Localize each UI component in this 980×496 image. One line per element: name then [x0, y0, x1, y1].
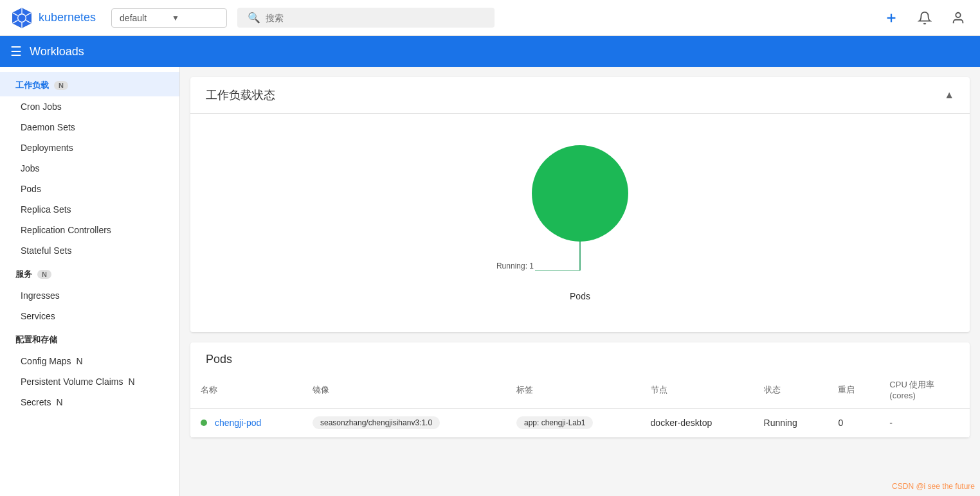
kubernetes-logo	[10, 6, 33, 30]
namespace-value: default	[120, 13, 167, 23]
workload-chart-svg: Running: 1 Pods	[484, 129, 676, 322]
page-title: Workloads	[30, 45, 84, 58]
pods-table: 名称 镜像 标签 节点 状态 重启 CPU 使用率 (cores)	[190, 371, 970, 438]
navbar-actions	[880, 6, 970, 30]
pods-title: Pods	[206, 353, 954, 366]
sidebar-services-label: 服务	[15, 269, 32, 280]
status-dot-icon	[201, 420, 207, 426]
svg-point-11	[532, 145, 628, 242]
pod-node-cell: docker-desktop	[640, 409, 754, 438]
pods-table-header-row: 名称 镜像 标签 节点 状态 重启 CPU 使用率 (cores)	[190, 371, 970, 409]
sidebar-item-persistent-volume-claims[interactable]: Persistent Volume Claims N	[0, 371, 179, 392]
pod-image-chip: seasonzhang/chengjisihanv3:1.0	[313, 416, 440, 429]
sidebar-item-cron-jobs[interactable]: Cron Jobs	[0, 96, 179, 117]
sidebar-item-replica-sets[interactable]: Replica Sets	[0, 199, 179, 220]
sidebar-config-label: 配置和存储	[15, 334, 57, 346]
pod-tag-cell: app: chengji-Lab1	[506, 409, 640, 438]
pods-table-head: 名称 镜像 标签 节点 状态 重启 CPU 使用率 (cores)	[190, 371, 970, 409]
pods-table-body: chengji-pod seasonzhang/chengjisihanv3:1…	[190, 409, 970, 438]
collapse-button[interactable]: ▲	[944, 89, 954, 101]
svg-text:Pods: Pods	[570, 291, 590, 301]
config-maps-badge: N	[77, 356, 83, 366]
col-name: 名称	[190, 371, 302, 409]
pod-tag-chip: app: chengji-Lab1	[516, 416, 593, 429]
pod-cpu-cell: -	[879, 409, 970, 438]
sidebar-section-services[interactable]: 服务 N	[0, 261, 179, 285]
sidebar-section-workloads[interactable]: 工作负载 N	[0, 72, 179, 96]
table-row: chengji-pod seasonzhang/chengjisihanv3:1…	[190, 409, 970, 438]
svg-point-10	[956, 12, 960, 17]
namespace-selector[interactable]: default ▼	[111, 8, 227, 28]
sidebar-workloads-label: 工作负载	[15, 80, 49, 91]
add-button[interactable]	[880, 6, 903, 30]
workload-status-title: 工作负载状态	[206, 87, 275, 103]
pod-image-cell: seasonzhang/chengjisihanv3:1.0	[302, 409, 506, 438]
col-labels: 标签	[506, 371, 640, 409]
user-icon	[951, 11, 965, 25]
pvc-badge: N	[129, 376, 135, 387]
svg-text:Running: 1: Running: 1	[496, 261, 534, 270]
sidebar-item-replication-controllers[interactable]: Replication Controllers	[0, 220, 179, 240]
workload-chart-area: Running: 1 Pods	[190, 114, 970, 332]
sidebar-section-config: 配置和存储	[0, 326, 179, 351]
col-status: 状态	[754, 371, 828, 409]
bell-icon	[918, 11, 932, 25]
col-restarts: 重启	[828, 371, 879, 409]
search-bar[interactable]: 🔍	[237, 8, 495, 28]
pods-section-header: Pods	[190, 342, 970, 371]
main-content: 工作负载状态 ▲ Running: 1 Pods	[180, 67, 980, 496]
sidebar-item-config-maps[interactable]: Config Maps N	[0, 351, 179, 371]
menu-icon[interactable]: ☰	[10, 44, 22, 59]
workloads-badge: N	[54, 81, 68, 90]
pod-status-text-cell: Running	[754, 409, 828, 438]
navbar: kubernetes default ▼ 🔍	[0, 0, 980, 36]
pods-section: 名称 镜像 标签 节点 状态 重启 CPU 使用率 (cores)	[190, 371, 970, 438]
sidebar-item-pods[interactable]: Pods	[0, 179, 179, 199]
sidebar-item-services[interactable]: Services	[0, 306, 179, 326]
col-cpu: CPU 使用率 (cores)	[879, 371, 970, 409]
sidebar-item-jobs[interactable]: Jobs	[0, 158, 179, 179]
pod-status-cell: chengji-pod	[190, 409, 302, 438]
watermark: CSDN @i see the future	[892, 482, 975, 491]
search-icon: 🔍	[248, 12, 260, 24]
brand: kubernetes	[10, 6, 96, 30]
notifications-button[interactable]	[913, 6, 936, 30]
sidebar-item-deployments[interactable]: Deployments	[0, 137, 179, 158]
pods-card: Pods 名称 镜像 标签 节点 状态 重启 CPU 使用率 (cores)	[190, 342, 970, 438]
workload-status-card: 工作负载状态 ▲ Running: 1 Pods	[190, 77, 970, 332]
workload-status-header: 工作负载状态 ▲	[190, 77, 970, 114]
search-input[interactable]	[266, 13, 484, 23]
sidebar-item-secrets[interactable]: Secrets N	[0, 392, 179, 412]
brand-title: kubernetes	[39, 11, 96, 24]
layout: 工作负载 N Cron Jobs Daemon Sets Deployments…	[0, 67, 980, 496]
sidebar: 工作负载 N Cron Jobs Daemon Sets Deployments…	[0, 67, 180, 496]
secrets-badge: N	[56, 397, 62, 407]
col-image: 镜像	[302, 371, 506, 409]
col-node: 节点	[640, 371, 754, 409]
pod-restarts-cell: 0	[828, 409, 879, 438]
sidebar-item-stateful-sets[interactable]: Stateful Sets	[0, 240, 179, 261]
chevron-down-icon: ▼	[172, 13, 219, 22]
pod-name-link[interactable]: chengji-pod	[215, 418, 261, 428]
user-button[interactable]	[947, 6, 970, 30]
sidebar-item-daemon-sets[interactable]: Daemon Sets	[0, 117, 179, 137]
sidebar-item-ingresses[interactable]: Ingresses	[0, 285, 179, 306]
sub-header: ☰ Workloads	[0, 36, 980, 67]
services-badge: N	[37, 270, 51, 279]
plus-icon	[884, 11, 898, 25]
